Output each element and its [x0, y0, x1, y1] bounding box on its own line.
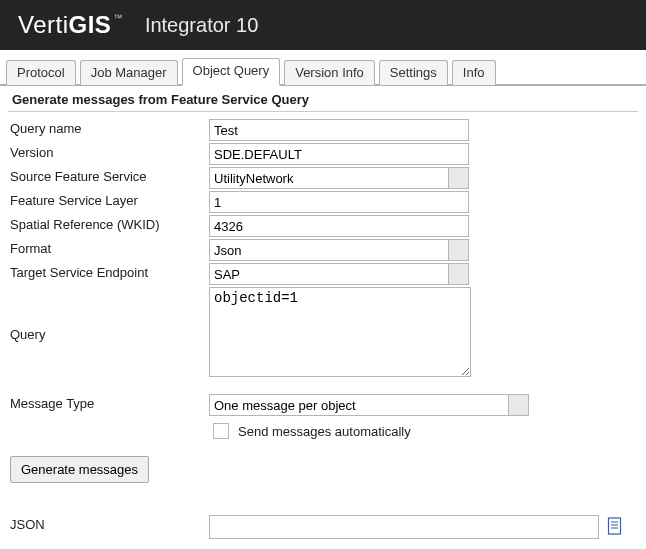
object-query-panel: Generate messages from Feature Service Q… [0, 86, 646, 549]
tab-label: Settings [390, 65, 437, 80]
auto-send-checkbox[interactable] [213, 423, 229, 439]
tab-label: Info [463, 65, 485, 80]
svg-rect-0 [609, 518, 621, 534]
label-wkid: Spatial Reference (WKID) [10, 217, 160, 232]
query-name-input[interactable] [209, 119, 469, 141]
label-auto-send: Send messages automatically [238, 424, 411, 439]
tab-version-info[interactable]: Version Info [284, 60, 375, 85]
logo-suffix: GIS [69, 11, 112, 39]
source-fs-combo [209, 167, 469, 189]
label-query: Query [10, 327, 45, 342]
panel-title-wrap: Generate messages from Feature Service Q… [8, 86, 638, 112]
tab-protocol[interactable]: Protocol [6, 60, 76, 85]
msg-type-input[interactable] [209, 394, 509, 416]
logo-tm: ™ [113, 13, 123, 23]
auto-send-row: Send messages automatically [209, 420, 636, 442]
target-ep-combo [209, 263, 469, 285]
label-source-fs: Source Feature Service [10, 169, 147, 184]
label-msg-type: Message Type [10, 396, 94, 411]
tab-object-query[interactable]: Object Query [182, 58, 281, 86]
document-icon[interactable] [607, 517, 623, 538]
button-label: Generate messages [21, 462, 138, 477]
product-name: Integrator 10 [145, 14, 258, 37]
msg-type-dropdown-button[interactable] [509, 394, 529, 416]
panel-title: Generate messages from Feature Service Q… [12, 92, 309, 107]
target-ep-dropdown-button[interactable] [449, 263, 469, 285]
format-combo [209, 239, 469, 261]
label-query-name: Query name [10, 121, 82, 136]
label-fs-layer: Feature Service Layer [10, 193, 138, 208]
generate-messages-button-1[interactable]: Generate messages [10, 456, 149, 483]
tab-info[interactable]: Info [452, 60, 496, 85]
json-input[interactable] [209, 515, 599, 539]
version-input[interactable] [209, 143, 469, 165]
msg-type-combo [209, 394, 636, 416]
fs-layer-input[interactable] [209, 191, 469, 213]
label-target-ep: Target Service Endpoint [10, 265, 148, 280]
label-format: Format [10, 241, 51, 256]
label-version: Version [10, 145, 53, 160]
tab-job-manager[interactable]: Job Manager [80, 60, 178, 85]
query-textarea[interactable] [209, 287, 471, 377]
tab-label: Object Query [193, 63, 270, 78]
target-ep-input[interactable] [209, 263, 449, 285]
tab-settings[interactable]: Settings [379, 60, 448, 85]
source-fs-input[interactable] [209, 167, 449, 189]
source-fs-dropdown-button[interactable] [449, 167, 469, 189]
form-table: Query name Version Source Feature Servic… [8, 118, 638, 549]
tab-bar: Protocol Job Manager Object Query Versio… [0, 50, 646, 86]
label-json: JSON [10, 517, 45, 532]
tab-label: Job Manager [91, 65, 167, 80]
wkid-input[interactable] [209, 215, 469, 237]
app-logo: VertiGIS™ [18, 11, 121, 39]
tab-label: Protocol [17, 65, 65, 80]
logo-prefix: Verti [18, 11, 69, 39]
app-header: VertiGIS™ Integrator 10 [0, 0, 646, 50]
format-dropdown-button[interactable] [449, 239, 469, 261]
format-input[interactable] [209, 239, 449, 261]
tab-label: Version Info [295, 65, 364, 80]
